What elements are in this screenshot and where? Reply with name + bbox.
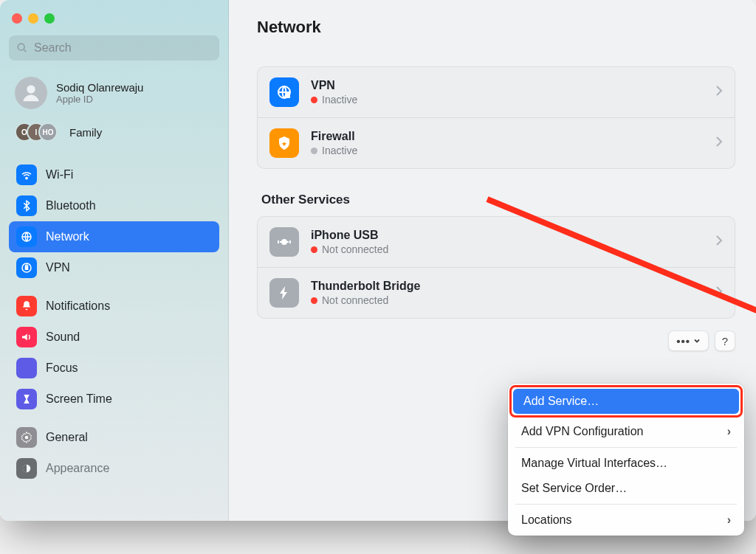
sound-icon [16, 327, 37, 347]
sidebar-item-sound[interactable]: Sound [9, 322, 219, 353]
sidebar-item-network[interactable]: Network [9, 221, 219, 252]
service-row-iphone-usb[interactable]: iPhone USB Not connected [258, 217, 735, 267]
system-settings-window: Sodiq Olanrewaju Apple ID O I HO Family … [0, 0, 756, 521]
chevron-down-icon [693, 337, 701, 344]
status-dot [311, 97, 317, 103]
other-services-label: Other Services [261, 193, 735, 207]
close-button[interactable] [12, 13, 22, 24]
fullscreen-button[interactable] [44, 13, 55, 24]
wifi-icon [16, 165, 37, 185]
annotation-highlight: Add Service… [509, 385, 743, 418]
sidebar-item-label: Bluetooth [46, 199, 96, 212]
status-dot [311, 148, 317, 154]
service-status: Inactive [322, 94, 357, 105]
search-field-wrap[interactable] [9, 35, 219, 60]
hourglass-icon [16, 389, 37, 409]
bluetooth-icon [16, 195, 37, 216]
svg-point-2 [27, 85, 35, 93]
vpn-globe-icon [269, 77, 299, 107]
more-options-button[interactable]: ••• [668, 330, 709, 351]
sidebar-item-vpn[interactable]: VPN [9, 252, 219, 283]
gear-icon [16, 427, 37, 448]
service-row-vpn[interactable]: VPN Inactive [258, 67, 735, 117]
svg-rect-6 [26, 267, 28, 270]
sidebar: Sodiq Olanrewaju Apple ID O I HO Family … [0, 0, 229, 521]
family-label: Family [69, 126, 102, 139]
menu-item-label: Locations [521, 513, 572, 527]
sidebar-item-notifications[interactable]: Notifications [9, 291, 219, 322]
menu-item-label: Add Service… [523, 395, 599, 408]
svg-rect-10 [286, 93, 290, 98]
sidebar-item-label: VPN [46, 261, 70, 274]
chevron-right-icon [715, 136, 723, 150]
sidebar-item-label: Network [46, 230, 89, 243]
sidebar-item-label: Sound [46, 330, 80, 344]
menu-item-label: Set Service Order… [521, 482, 627, 495]
menu-separator [515, 447, 737, 448]
help-icon: ? [722, 335, 728, 347]
usb-icon [269, 227, 299, 257]
vpn-icon [16, 257, 37, 278]
sidebar-item-label: Appearance [46, 462, 109, 475]
menu-item-label: Add VPN Configuration [521, 425, 643, 438]
menu-item-locations[interactable]: Locations › [511, 508, 741, 533]
bell-icon [16, 296, 37, 316]
menu-item-add-vpn[interactable]: Add VPN Configuration › [511, 419, 741, 444]
chevron-right-icon: › [727, 513, 731, 527]
menu-item-label: Manage Virtual Interfaces… [521, 457, 667, 470]
account-name: Sodiq Olanrewaju [56, 81, 143, 94]
page-title: Network [257, 18, 735, 37]
service-status: Not connected [322, 294, 388, 306]
menu-separator [515, 504, 737, 505]
ellipsis-icon: ••• [676, 335, 690, 347]
menu-item-add-service[interactable]: Add Service… [513, 389, 739, 414]
sidebar-item-label: Focus [46, 361, 78, 375]
service-status: Inactive [322, 145, 357, 156]
search-icon [16, 42, 28, 54]
status-dot [311, 297, 317, 304]
svg-line-1 [24, 49, 26, 52]
account-sub: Apple ID [56, 94, 143, 105]
chevron-right-icon: › [727, 425, 731, 438]
window-controls [9, 10, 219, 35]
thunderbolt-icon [269, 278, 299, 308]
search-input[interactable] [34, 41, 212, 55]
sidebar-item-label: Wi-Fi [46, 168, 73, 181]
minimize-button[interactable] [28, 13, 38, 24]
service-title: iPhone USB [311, 229, 388, 242]
sidebar-item-screentime[interactable]: Screen Time [9, 384, 219, 415]
sidebar-item-label: Screen Time [46, 392, 112, 406]
service-status: Not connected [322, 243, 388, 255]
menu-item-virtual-interfaces[interactable]: Manage Virtual Interfaces… [511, 451, 741, 476]
network-icon [16, 226, 37, 247]
sidebar-item-label: General [46, 431, 88, 444]
apple-id-row[interactable]: Sodiq Olanrewaju Apple ID [9, 72, 219, 114]
sidebar-item-general[interactable]: General [9, 422, 219, 453]
primary-services-card: VPN Inactive Firewall Inactive [257, 66, 735, 169]
content-pane: Network VPN Inactive Firewall Inactive O… [229, 0, 756, 521]
footer-controls: ••• ? [257, 330, 735, 351]
sidebar-item-appearance[interactable]: Appearance [9, 453, 219, 484]
sidebar-item-bluetooth[interactable]: Bluetooth [9, 190, 219, 221]
appearance-icon [16, 458, 37, 479]
status-dot [311, 246, 317, 253]
chevron-right-icon [715, 285, 723, 300]
service-title: Firewall [311, 130, 357, 143]
svg-point-7 [25, 436, 29, 440]
family-row[interactable]: O I HO Family [9, 115, 219, 152]
menu-item-service-order[interactable]: Set Service Order… [511, 476, 741, 501]
service-row-firewall[interactable]: Firewall Inactive [258, 117, 735, 168]
service-title: VPN [311, 79, 357, 92]
firewall-icon [269, 128, 299, 158]
service-row-thunderbolt[interactable]: Thunderbolt Bridge Not connected [258, 267, 735, 318]
help-button[interactable]: ? [715, 330, 735, 351]
chevron-right-icon [715, 235, 723, 249]
moon-icon [16, 358, 37, 378]
sidebar-item-wifi[interactable]: Wi-Fi [9, 159, 219, 190]
chevron-right-icon [715, 85, 723, 100]
family-avatars: O I HO [15, 122, 59, 142]
other-services-card: iPhone USB Not connected Thunderbolt Bri… [257, 216, 735, 319]
svg-point-3 [26, 177, 27, 179]
more-options-menu: Add Service… Add VPN Configuration › Man… [508, 384, 744, 536]
sidebar-item-focus[interactable]: Focus [9, 353, 219, 384]
